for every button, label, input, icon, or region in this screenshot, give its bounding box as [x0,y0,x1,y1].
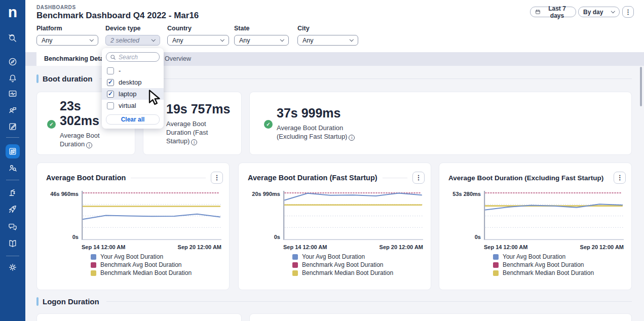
title-rule [383,178,407,178]
city-select[interactable]: Any [297,35,358,46]
granularity-select[interactable]: By day [578,7,620,17]
state-value: Any [239,37,250,44]
breadcrumb: DASHBOARDS [36,5,76,10]
chart-kebab-menu-button[interactable]: ⋮ [614,172,626,184]
crane-icon[interactable] [8,187,18,197]
dropdown-search-input[interactable] [119,54,154,61]
y-axis-labels: 20s 990ms 0s [248,191,283,240]
kpi-label: Average Boot Duration (Excluding Fast St… [277,124,368,141]
info-icon[interactable]: i [349,135,355,141]
vertical-scrollbar-thumb[interactable] [640,67,642,106]
platform-value: Any [42,37,53,44]
legend-item: Your Avg Boot Duration [91,253,223,261]
legend-item: Benchmark Median Boot Duration [292,269,425,277]
sidebar-divider [6,137,19,138]
monitor-pulse-icon[interactable] [8,89,18,99]
date-range-label: Last 7 days [543,5,571,19]
nexthink-logo: n [0,3,25,21]
country-select[interactable]: Any [167,35,229,46]
date-range-button[interactable]: Last 7 days [530,7,576,17]
dropdown-search-box[interactable] [106,52,160,62]
x-tick-start: Sep 14 12:00 AM [82,244,125,250]
chart-title: Average Boot Duration [46,174,126,182]
device-type-value: 2 selected [110,37,139,44]
option-label: desktop [119,78,142,86]
checkbox[interactable] [107,79,114,86]
page-header: DASHBOARDS Benchmark Dashboard Q4 2022 -… [25,0,644,52]
filter-platform: Platform Any [36,25,98,46]
filter-state: State Any [234,25,289,46]
checkbox[interactable] [107,102,114,109]
chart-legend: Your Avg Boot Duration Benchmark Avg Boo… [493,253,625,277]
section-title: Logon Duration [43,297,99,306]
gear-icon[interactable] [8,262,18,272]
rocket-icon[interactable] [8,204,18,214]
chart-card-avg-boot-fast: Average Boot Duration (Fast Startup) ⋮ 2… [238,163,431,290]
chart-card-avg-boot: Average Boot Duration ⋮ 46s 960ms 0s Sep… [36,163,230,290]
document-edit-icon[interactable] [8,122,18,132]
y-tick-max: 53s 280ms [452,191,481,197]
dropdown-option-desktop[interactable]: desktop [102,76,164,88]
x-axis-labels: Sep 14 12:00 AM Sep 20 12:00 AM [484,244,624,250]
clear-all-button[interactable]: Clear all [106,114,160,125]
legend-label: Benchmark Median Boot Duration [503,269,594,276]
chevron-down-icon [220,37,224,42]
info-icon[interactable]: i [191,139,197,145]
section-logon-duration: Logon Duration [36,297,632,306]
legend-item: Benchmark Avg Boot Duration [91,261,223,269]
section-title: Boot duration [43,74,92,83]
legend-swatch [91,270,96,276]
device-type-select[interactable]: 2 selected [105,35,160,46]
legend-label: Your Avg Boot Duration [503,253,565,260]
dropdown-option-dash[interactable]: - [102,65,164,76]
filter-label: City [297,25,358,32]
filter-device-type: Device type 2 selected [105,25,160,46]
legend-swatch [91,262,96,268]
info-icon[interactable]: i [86,142,92,148]
check-circle-icon: ✓ [47,120,56,129]
chart-kebab-menu-button[interactable]: ⋮ [412,172,425,184]
legend-label: Benchmark Avg Boot Duration [302,261,384,268]
y-tick-min: 0s [475,234,481,240]
checkbox[interactable] [107,67,114,74]
device-type-dropdown-panel: - desktop laptop virtual Clear all [102,48,164,129]
chart-kebab-menu-button[interactable]: ⋮ [211,172,223,184]
compass-icon[interactable] [8,57,18,67]
sidebar-item-dashboards-active[interactable] [6,144,20,158]
option-label: virtual [119,102,136,109]
header-kebab-menu-button[interactable]: ⋮ [622,6,634,18]
legend-swatch [91,254,96,260]
chevron-down-icon [280,37,284,42]
sidebar-divider [6,256,19,256]
kpi-value: 37s 999ms [277,106,368,121]
amplify-search-icon[interactable] [8,33,18,43]
legend-item: Your Avg Boot Duration [493,253,625,261]
checkbox[interactable] [107,91,114,98]
people-chat-icon[interactable] [8,105,18,115]
section-rule [106,301,632,302]
platform-select[interactable]: Any [36,35,98,46]
legend-item: Benchmark Avg Boot Duration [292,261,425,269]
state-select[interactable]: Any [234,35,289,46]
legend-label: Benchmark Median Boot Duration [100,269,192,276]
x-tick-end: Sep 20 12:00 AM [380,244,423,250]
chevron-down-icon [90,37,94,42]
y-tick-min: 0s [274,234,280,240]
tab-overview[interactable]: Overview [165,52,191,66]
person-search-icon[interactable] [8,163,18,173]
section-accent-bar [36,74,39,83]
legend-label: Your Avg Boot Duration [100,253,163,260]
y-tick-max: 46s 960ms [50,191,79,197]
filter-label: Platform [36,25,98,32]
book-icon[interactable] [8,238,18,249]
granularity-label: By day [583,9,603,16]
chart-legend: Your Avg Boot Duration Benchmark Avg Boo… [91,253,223,277]
legend-swatch [493,262,499,268]
chat-bubbles-icon[interactable] [8,222,18,232]
y-axis-labels: 46s 960ms 0s [46,191,82,240]
line-chart-plot [484,191,624,240]
chart-title: Average Boot Duration (Fast Startup) [248,174,377,182]
bell-icon[interactable] [8,73,18,84]
x-axis-labels: Sep 14 12:00 AM Sep 20 12:00 AM [283,244,423,250]
page-title: Benchmark Dashboard Q4 2022 - Mar16 [36,11,199,21]
